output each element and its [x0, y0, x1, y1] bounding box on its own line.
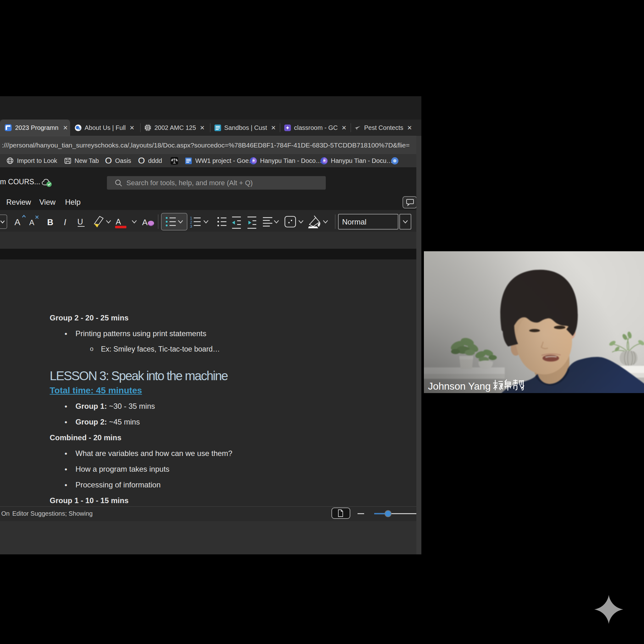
svg-text:A: A [116, 217, 121, 226]
svg-text:U: U [77, 217, 83, 226]
svg-text:I: I [64, 218, 66, 227]
svg-text:B: B [47, 218, 53, 227]
svg-text:3: 3 [190, 224, 192, 229]
svg-text:A: A [29, 218, 34, 227]
svg-text:A: A [14, 217, 20, 227]
svg-text:Normal: Normal [342, 218, 366, 226]
svg-text:A: A [142, 218, 148, 227]
